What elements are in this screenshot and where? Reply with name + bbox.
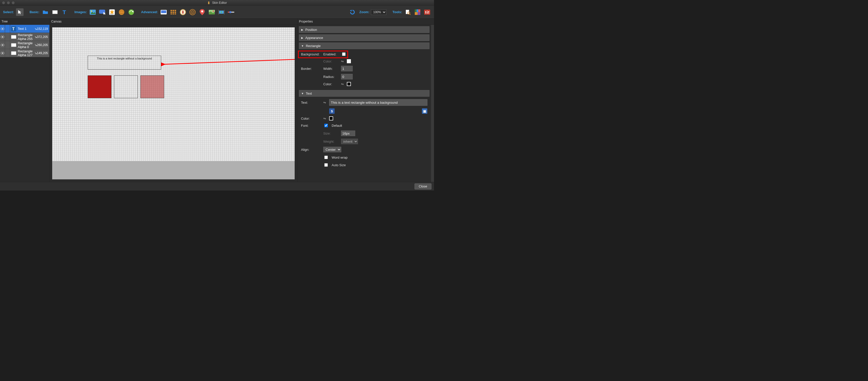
grid-tool-icon[interactable] xyxy=(169,8,177,16)
text-value-input[interactable] xyxy=(329,99,427,106)
properties-scrollbar[interactable] xyxy=(431,25,434,182)
font-default-checkbox[interactable] xyxy=(324,124,328,127)
tree-item-coord: ↘152,119 xyxy=(34,27,50,31)
visibility-icon[interactable] xyxy=(0,41,5,49)
palette-tool-icon[interactable] xyxy=(414,8,421,16)
svg-rect-42 xyxy=(418,9,420,12)
lock-slot[interactable] xyxy=(5,41,10,49)
visibility-icon[interactable] xyxy=(0,33,5,41)
properties-header: Properties xyxy=(298,19,434,25)
align-select[interactable]: Center xyxy=(323,147,341,152)
canvas-viewport[interactable]: This is a text rectangle without a backg… xyxy=(52,27,294,179)
svg-point-60 xyxy=(2,53,3,54)
section-text[interactable]: ▼ Text xyxy=(299,90,429,97)
video-tool-icon[interactable] xyxy=(218,8,225,16)
tree-item-rect255[interactable]: Rectangle Alpha 255 ↘372,205 xyxy=(0,33,50,41)
border-width-label: Width: xyxy=(323,67,338,71)
link-icon[interactable]: ⇋ xyxy=(323,101,326,104)
svg-point-47 xyxy=(427,12,428,13)
external-tool-icon[interactable] xyxy=(127,8,135,16)
canvas-rect-alpha127[interactable] xyxy=(141,75,164,98)
screen-tool-icon[interactable] xyxy=(160,8,167,16)
visibility-icon[interactable] xyxy=(0,49,5,57)
titlebar: Skin Editor xyxy=(0,0,434,6)
wordwrap-checkbox[interactable] xyxy=(324,155,328,159)
tree-item-label: Rectangle Alpha 127 xyxy=(17,49,34,57)
tree-item-label: Text 1 xyxy=(17,27,34,31)
zoom-select[interactable]: 100% xyxy=(371,9,386,15)
compass-tool-icon[interactable] xyxy=(179,8,187,16)
seekbar-tool-icon[interactable] xyxy=(227,8,235,16)
autosize-label: Auto Size xyxy=(332,163,346,167)
marker-tool-icon[interactable] xyxy=(198,8,206,16)
bg-color-swatch[interactable] xyxy=(347,59,351,63)
section-rectangle[interactable]: ▼ Rectangle xyxy=(299,42,429,49)
wordwrap-label: Word wrap xyxy=(332,155,348,160)
lock-slot[interactable] xyxy=(5,25,10,33)
button-tool-icon[interactable] xyxy=(98,8,106,16)
border-color-swatch[interactable] xyxy=(347,82,351,86)
rectangle-tool-icon[interactable] xyxy=(51,8,59,16)
svg-rect-22 xyxy=(175,13,176,14)
autosize-checkbox[interactable] xyxy=(324,163,328,167)
svg-point-54 xyxy=(2,36,3,37)
search-tool-icon[interactable] xyxy=(404,8,412,16)
container-tool-icon[interactable] xyxy=(41,8,49,16)
font-weight-label: Weight: xyxy=(323,140,338,143)
canvas-panel: Canvas This is a text rectangle without … xyxy=(50,19,297,182)
svg-point-36 xyxy=(229,11,231,13)
section-title: Text xyxy=(306,92,312,95)
border-width-input[interactable] xyxy=(341,66,353,71)
toolbar: Select: Basic: T Images: SVG Advanced: xyxy=(0,6,434,19)
svg-point-27 xyxy=(201,10,203,12)
undo-icon[interactable] xyxy=(349,8,356,16)
placeholder-button[interactable]: $ xyxy=(329,108,335,114)
border-color-label: Color: xyxy=(323,82,338,86)
pointer-tool[interactable] xyxy=(16,8,24,16)
svg-point-46 xyxy=(425,11,426,12)
svg-rect-17 xyxy=(170,12,172,13)
svg-point-0 xyxy=(208,1,210,3)
tree-header: Tree xyxy=(0,19,50,25)
visibility-icon[interactable] xyxy=(0,25,5,33)
svg-rect-16 xyxy=(175,10,176,11)
section-position[interactable]: ▶ Position xyxy=(299,26,429,33)
svg-rect-1 xyxy=(208,3,210,4)
expand-text-button[interactable]: ▣ xyxy=(422,108,427,114)
background-enabled-checkbox[interactable] xyxy=(342,53,346,56)
text-tool-icon[interactable]: T xyxy=(61,8,68,16)
lock-slot[interactable] xyxy=(5,33,10,41)
images-label: Images: xyxy=(74,10,87,14)
link-icon[interactable]: ⇋ xyxy=(341,60,344,63)
tree-item-rect0[interactable]: Rectangle Alpha 0 ↘260,205 xyxy=(0,41,50,49)
svg-text:SVG: SVG xyxy=(110,13,114,15)
section-appearance[interactable]: ▶ Appearance xyxy=(299,34,429,41)
image-tool-icon[interactable] xyxy=(89,8,96,16)
tree-item-rect127[interactable]: Rectangle Alpha 127 ↘149,205 xyxy=(0,49,50,57)
tree-item-label: Rectangle Alpha 0 xyxy=(17,41,34,49)
svg-rect-15 xyxy=(173,10,174,11)
settings-tool-icon[interactable] xyxy=(423,8,431,16)
svg-line-39 xyxy=(410,14,411,15)
collapse-icon: ▼ xyxy=(301,92,304,95)
map-tool-icon[interactable] xyxy=(208,8,216,16)
border-radius-input[interactable] xyxy=(341,74,353,79)
window-title: Skin Editor xyxy=(0,1,434,5)
radar-tool-icon[interactable] xyxy=(189,8,196,16)
canvas-rect-alpha255[interactable] xyxy=(88,75,112,98)
nodeimage-tool-icon[interactable] xyxy=(118,8,125,16)
lock-slot[interactable] xyxy=(5,49,10,57)
close-button[interactable]: Close xyxy=(414,183,431,189)
link-icon[interactable]: ⇋ xyxy=(341,82,344,86)
text-color-swatch[interactable] xyxy=(329,116,333,120)
canvas-text-rect[interactable]: This is a text rectangle without a backg… xyxy=(88,56,161,70)
canvas-rect-alpha0[interactable] xyxy=(114,75,138,98)
align-label: Align: xyxy=(301,148,320,151)
tree-item-text1[interactable]: T Text 1 ↘152,119 xyxy=(0,25,50,33)
bg-color-label: Color: xyxy=(323,60,338,63)
app-icon xyxy=(207,1,211,5)
tree-panel: Tree T Text 1 ↘152,119 Rectangle Alpha 2… xyxy=(0,19,50,182)
svg-point-48 xyxy=(428,11,429,12)
link-icon[interactable]: ⇋ xyxy=(323,117,326,120)
svg-tool-icon[interactable]: SVG xyxy=(108,8,116,16)
